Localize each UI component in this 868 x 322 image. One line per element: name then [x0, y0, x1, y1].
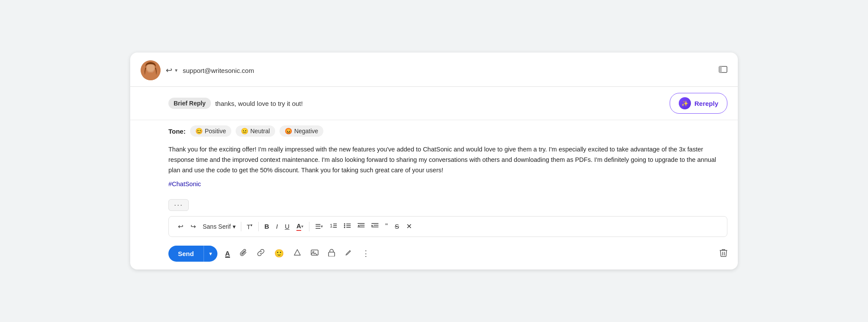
toolbar-separator-2 — [258, 222, 259, 231]
formatting-toolbar: ↩ ↪ Sans Serif ▾ T▾ B I U A ▾ ☰ ▾ — [168, 216, 727, 237]
indent-increase-icon — [372, 222, 378, 230]
reply-icon[interactable]: ↩ — [166, 66, 172, 75]
link-icon — [257, 249, 265, 259]
text-underline-a-icon: A — [225, 250, 230, 258]
send-dropdown-button[interactable]: ▾ — [204, 246, 217, 262]
text-size-button[interactable]: T▾ — [244, 221, 256, 233]
rereply-icon: ✨ — [679, 97, 691, 109]
tone-negative-chip[interactable]: 😡 Negative — [279, 125, 323, 137]
pen-icon — [345, 249, 352, 259]
expand-icon[interactable] — [719, 66, 727, 75]
more-options-button[interactable]: ⋮ — [360, 247, 372, 260]
rereply-button[interactable]: ✨ Rereply — [670, 93, 727, 114]
email-header: ↩ ▾ support@writesonic.com — [130, 53, 738, 87]
trash-button[interactable] — [720, 248, 727, 259]
brief-reply-row: Brief Reply thanks, would love to try it… — [130, 87, 738, 120]
bold-icon: B — [264, 223, 269, 230]
text-color-button[interactable]: A — [224, 248, 232, 260]
svg-point-11 — [344, 225, 345, 227]
ordered-list-icon: 1. — [330, 222, 337, 230]
bottom-actions: A 🙂 — [224, 247, 372, 260]
drawing-button[interactable] — [292, 247, 303, 260]
send-button[interactable]: Send — [168, 246, 204, 262]
trash-icon — [720, 250, 727, 259]
unordered-list-icon — [344, 222, 351, 230]
hashtag: #ChatSonic — [168, 179, 727, 190]
header-actions: ↩ ▾ — [166, 66, 178, 75]
quote-icon: " — [385, 223, 388, 230]
indent-decrease-icon — [358, 222, 365, 230]
email-body: Thank you for the exciting offer! I'm re… — [130, 141, 738, 197]
tone-row: Tone: 😊 Positive 😐 Neutral 😡 Negative — [130, 120, 738, 141]
neutral-label: Neutral — [250, 128, 270, 135]
font-color-button[interactable]: A ▾ — [293, 220, 306, 233]
underline-button[interactable]: U — [282, 220, 293, 232]
negative-emoji: 😡 — [285, 128, 292, 135]
svg-marker-19 — [358, 225, 359, 227]
bold-button[interactable]: B — [261, 220, 272, 232]
smiley-icon: 🙂 — [274, 249, 284, 258]
svg-point-3 — [147, 64, 155, 72]
align-icon: ☰ — [315, 223, 321, 230]
paperclip-icon — [240, 249, 247, 259]
font-name: Sans Serif — [203, 223, 231, 230]
emoji-button[interactable]: 🙂 — [273, 247, 286, 260]
font-selector[interactable]: Sans Serif ▾ — [200, 221, 238, 232]
tone-positive-chip[interactable]: 😊 Positive — [190, 125, 231, 137]
send-row: Send ▾ A — [130, 240, 738, 269]
ellipsis-button[interactable]: ··· — [168, 199, 189, 211]
image-icon — [311, 249, 319, 259]
svg-marker-23 — [372, 225, 373, 227]
tone-label: Tone: — [168, 128, 186, 135]
svg-rect-24 — [311, 250, 318, 255]
undo-button[interactable]: ↩ — [175, 220, 187, 233]
more-icon: ⋮ — [362, 249, 370, 258]
pen-button[interactable] — [343, 247, 354, 260]
email-paragraph: Thank you for the exciting offer! I'm re… — [168, 145, 727, 176]
positive-label: Positive — [205, 128, 226, 135]
redo-button[interactable]: ↪ — [187, 220, 199, 233]
dropdown-chevron-icon[interactable]: ▾ — [175, 67, 178, 73]
neutral-emoji: 😐 — [241, 128, 248, 135]
toolbar-separator-1 — [241, 222, 241, 231]
svg-point-10 — [344, 223, 345, 225]
indent-decrease-button[interactable] — [355, 220, 368, 233]
tone-neutral-chip[interactable]: 😐 Neutral — [236, 125, 275, 137]
image-button[interactable] — [309, 247, 320, 260]
underline-icon: U — [285, 223, 289, 230]
toolbar-separator-3 — [309, 222, 309, 231]
svg-text:1.: 1. — [330, 223, 334, 228]
font-color-icon: A — [296, 222, 301, 231]
svg-point-12 — [344, 227, 345, 228]
lock-icon — [328, 249, 335, 259]
rereply-label: Rereply — [694, 100, 718, 107]
svg-rect-26 — [329, 252, 335, 256]
negative-label: Negative — [294, 128, 318, 135]
send-button-group: Send ▾ — [168, 246, 217, 262]
brief-reply-text: thanks, would love to try it out! — [215, 100, 303, 107]
avatar — [141, 60, 161, 80]
text-size-icon: T▾ — [247, 223, 253, 230]
strikethrough-button[interactable]: S — [392, 220, 402, 232]
clear-formatting-icon: ✕ — [406, 222, 412, 230]
unordered-list-button[interactable] — [341, 220, 354, 233]
lock-button[interactable] — [326, 247, 337, 260]
attach-button[interactable] — [238, 247, 249, 260]
quote-button[interactable]: " — [382, 220, 391, 233]
email-compose-card: ↩ ▾ support@writesonic.com Brief Reply t… — [130, 53, 738, 269]
italic-icon: I — [276, 223, 278, 230]
svg-rect-5 — [719, 66, 722, 72]
brief-reply-badge: Brief Reply — [168, 98, 211, 109]
drawing-icon — [293, 249, 301, 259]
ordered-list-button[interactable]: 1. — [327, 220, 340, 233]
recipient-email: support@writesonic.com — [183, 67, 713, 74]
italic-button[interactable]: I — [273, 220, 281, 232]
font-chevron-icon: ▾ — [233, 223, 236, 230]
positive-emoji: 😊 — [195, 128, 203, 135]
strikethrough-icon: S — [395, 223, 399, 230]
align-button[interactable]: ☰ ▾ — [312, 220, 326, 233]
link-button[interactable] — [255, 247, 266, 260]
ellipsis-row: ··· — [130, 197, 738, 214]
clear-formatting-button[interactable]: ✕ — [403, 220, 415, 233]
indent-increase-button[interactable] — [368, 220, 381, 233]
